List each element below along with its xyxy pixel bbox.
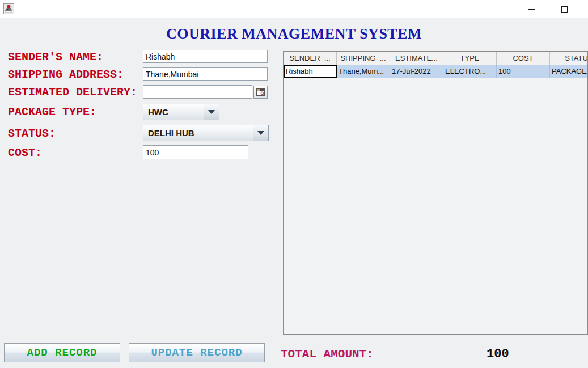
- estimated-delivery-input[interactable]: [143, 85, 252, 99]
- column-header-sender[interactable]: SENDER_...: [284, 52, 337, 65]
- cost-label: COST:: [8, 146, 42, 159]
- sender-name-input[interactable]: [143, 50, 268, 63]
- minimize-button[interactable]: [518, 0, 544, 18]
- maximize-icon: [561, 6, 568, 13]
- table-cell-status[interactable]: PACKAGE: [550, 65, 588, 78]
- add-record-button[interactable]: ADD RECORD: [4, 343, 120, 362]
- update-record-button[interactable]: UPDATE RECORD: [129, 343, 265, 362]
- app-icon: [3, 3, 14, 14]
- shipping-address-label: SHIPPING ADDRESS:: [8, 68, 124, 81]
- column-header-shipping[interactable]: SHIPPING_...: [337, 52, 390, 65]
- table-cell-shipping[interactable]: Thane,Mum...: [337, 65, 390, 78]
- table-cell-type[interactable]: ELECTRO...: [443, 65, 497, 78]
- total-amount-value: 100: [487, 347, 509, 361]
- cost-input[interactable]: [143, 145, 248, 159]
- calendar-icon: [256, 88, 265, 96]
- shipping-address-input[interactable]: [143, 67, 268, 81]
- sender-name-label: SENDER'S NAME:: [8, 50, 103, 64]
- chevron-down-icon: [253, 125, 268, 141]
- chevron-down-icon: [204, 104, 219, 120]
- table-header-row: SENDER_... SHIPPING_... ESTIMATE... TYPE…: [284, 52, 588, 65]
- status-label: STATUS:: [8, 127, 56, 140]
- total-amount-label: TOTAL AMOUNT:: [281, 348, 374, 361]
- estimated-delivery-label: ESTIMATED DELIVERY:: [8, 86, 137, 99]
- page-title: COURIER MANAGEMENT SYSTEM: [0, 26, 588, 43]
- records-table: SENDER_... SHIPPING_... ESTIMATE... TYPE…: [283, 51, 588, 335]
- courier-management-window: COURIER MANAGEMENT SYSTEM SENDER'S NAME:…: [0, 0, 588, 368]
- column-header-type[interactable]: TYPE: [443, 52, 497, 65]
- table-cell-estimate[interactable]: 17-Jul-2022: [390, 65, 443, 78]
- calendar-button[interactable]: [253, 86, 268, 99]
- table-cell-sender-selected[interactable]: Rishabh: [284, 65, 337, 78]
- package-type-select[interactable]: HWC: [143, 104, 219, 120]
- status-select[interactable]: DELHI HUB: [143, 125, 269, 141]
- status-value: DELHI HUB: [143, 125, 253, 141]
- titlebar: [0, 0, 588, 18]
- minimize-icon: [528, 9, 535, 10]
- column-header-estimate[interactable]: ESTIMATE...: [390, 52, 443, 65]
- maximize-button[interactable]: [551, 0, 577, 18]
- package-type-value: HWC: [143, 104, 204, 120]
- table-cell-cost[interactable]: 100: [497, 65, 550, 78]
- column-header-status[interactable]: STATU: [550, 52, 588, 65]
- table-row[interactable]: Rishabh Thane,Mum... 17-Jul-2022 ELECTRO…: [284, 65, 588, 78]
- package-type-label: PACKAGE TYPE:: [8, 105, 96, 119]
- column-header-cost[interactable]: COST: [497, 52, 550, 65]
